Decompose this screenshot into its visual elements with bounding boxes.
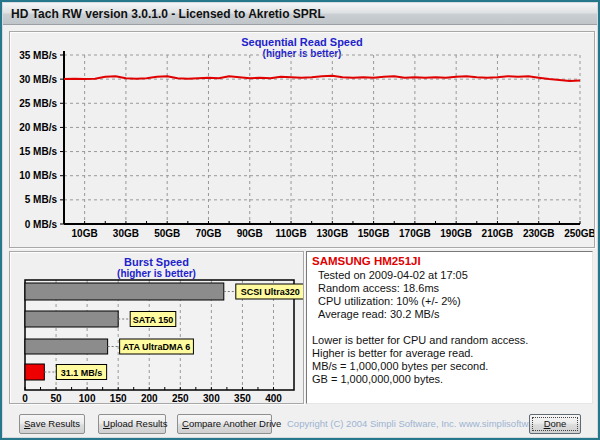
x-axis-label: 170GB — [399, 228, 431, 239]
burst-speed-chart: 050100150200250300350400SCSI Ultra320SAT… — [10, 252, 303, 403]
x-axis-label: 190GB — [440, 228, 472, 239]
x-axis-label: 30GB — [113, 228, 139, 239]
compare-label: ompare Another Drive — [189, 418, 281, 429]
read-speed-line — [64, 76, 580, 81]
y-axis-label: 30 MB/s — [19, 74, 57, 85]
x-axis-label: 230GB — [523, 228, 555, 239]
x-axis-label: 130GB — [316, 228, 348, 239]
upload-label: pload Results — [110, 418, 168, 429]
x-axis-label: 50GB — [154, 228, 180, 239]
done-label: one — [551, 418, 567, 429]
window-title: HD Tach RW version 3.0.1.0 - Licensed to… — [11, 7, 325, 21]
note-higher-better: Higher is better for average read. — [312, 347, 587, 360]
sequential-read-panel: Sequential Read Speed (higher is better)… — [9, 31, 595, 248]
done-button[interactable]: Done — [529, 414, 581, 434]
bar-1 — [25, 311, 118, 327]
bar-label: ATA UltraDMA 6 — [123, 342, 191, 352]
x-axis-label: 210GB — [482, 228, 514, 239]
bar-label: 31.1 MB/s — [61, 368, 103, 378]
x-axis-label: 150 — [110, 393, 127, 403]
upload-results-button[interactable]: Upload Results — [98, 414, 166, 434]
x-axis-label: 150GB — [358, 228, 390, 239]
note-mbs-definition: MB/s = 1,000,000 bytes per second. — [312, 360, 587, 373]
x-axis-label: 200 — [141, 393, 158, 403]
stat-cpu-utilization: CPU utilization: 10% (+/- 2%) — [312, 295, 587, 308]
x-axis-label: 100 — [79, 393, 96, 403]
info-spacer — [312, 321, 587, 334]
done-mnemonic: D — [544, 418, 551, 429]
compare-another-drive-button[interactable]: Compare Another Drive — [177, 414, 272, 434]
y-axis-label: 25 MB/s — [19, 98, 57, 109]
x-axis-label: 250GB — [564, 228, 594, 239]
y-axis-label: 20 MB/s — [19, 122, 57, 133]
x-axis-label: 90GB — [237, 228, 263, 239]
upload-mnemonic: U — [103, 418, 110, 429]
save-label: ave Results — [30, 418, 80, 429]
y-axis-label: 0 MB/s — [25, 219, 58, 230]
y-axis-label: 10 MB/s — [19, 170, 57, 181]
compare-mnemonic: C — [182, 418, 189, 429]
bar-2 — [25, 339, 108, 354]
x-axis-label: 0 — [22, 393, 28, 403]
copyright-text: Copyright (C) 2004 Simpli Software, Inc.… — [287, 418, 563, 429]
note-gb-definition: GB = 1,000,000,000 bytes. — [312, 373, 587, 386]
drive-info-panel: SAMSUNG HM251JI Tested on 2009-04-02 at … — [306, 251, 593, 404]
bar-0 — [25, 283, 224, 300]
bar-3 — [25, 364, 44, 380]
stat-tested-on: Tested on 2009-04-02 at 17:05 — [312, 269, 587, 282]
y-axis-label: 15 MB/s — [19, 146, 57, 157]
x-axis-label: 110GB — [275, 228, 306, 239]
y-axis-label: 35 MB/s — [19, 50, 57, 61]
save-results-button[interactable]: Save Results — [19, 414, 85, 434]
client-area: Sequential Read Speed (higher is better)… — [3, 26, 597, 437]
x-axis-label: 70GB — [195, 228, 221, 239]
x-axis-label: 350 — [234, 393, 251, 403]
x-axis-label: 250 — [172, 393, 189, 403]
note-lower-better: Lower is better for CPU and random acces… — [312, 334, 587, 347]
drive-name: SAMSUNG HM251JI — [312, 255, 587, 268]
app-window: HD Tach RW version 3.0.1.0 - Licensed to… — [0, 0, 600, 440]
x-axis-label: 300 — [203, 393, 220, 403]
bar-label: SATA 150 — [133, 315, 173, 325]
burst-speed-panel: Burst Speed (higher is better) 050100150… — [9, 251, 304, 404]
x-axis-label: 400 — [265, 393, 282, 403]
stat-random-access: Random access: 18.6ms — [312, 282, 587, 295]
y-axis-label: 5 MB/s — [25, 194, 58, 205]
sequential-read-chart: 0 MB/s5 MB/s10 MB/s15 MB/s20 MB/s25 MB/s… — [10, 32, 594, 247]
x-axis-label: 50 — [50, 393, 62, 403]
window-titlebar[interactable]: HD Tach RW version 3.0.1.0 - Licensed to… — [3, 3, 597, 25]
x-axis-label: 10GB — [72, 228, 98, 239]
bar-label: SCSI Ultra320 — [241, 287, 300, 297]
stat-average-read: Average read: 30.2 MB/s — [312, 308, 587, 321]
